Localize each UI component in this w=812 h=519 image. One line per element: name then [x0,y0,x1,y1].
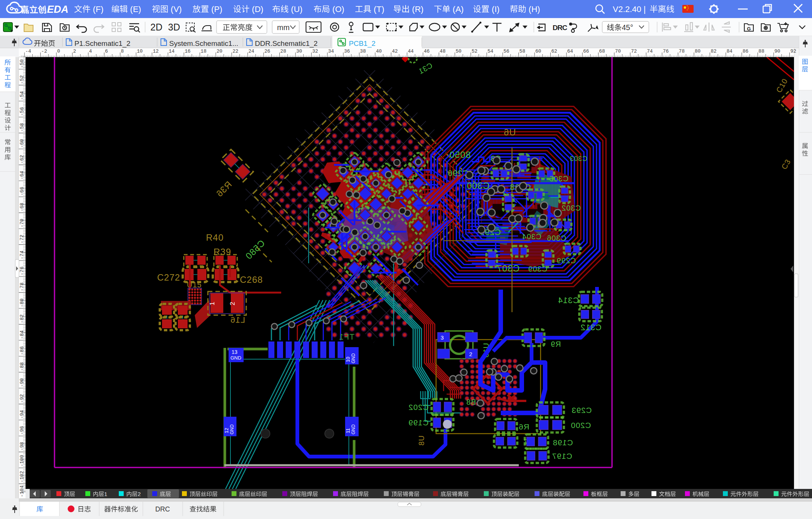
svg-text:-58: -58 [19,123,25,132]
svg-text:84: 84 [727,49,733,54]
svg-text:1: 1 [104,491,107,497]
svg-text:14: 14 [169,49,175,54]
svg-text:58: 58 [520,49,526,54]
svg-text:-86: -86 [19,346,25,355]
svg-text:(A): (A) [450,5,464,14]
svg-text:-54: -54 [19,91,25,100]
svg-text:52: 52 [471,49,477,54]
svg-text:-60: -60 [19,139,25,148]
svg-text:32: 32 [312,49,318,54]
svg-text:-92: -92 [19,394,25,403]
svg-text:82: 82 [710,49,717,54]
svg-text:(F): (F) [91,5,103,14]
svg-text:-82: -82 [19,314,25,323]
svg-text:60: 60 [535,49,541,54]
svg-text:46: 46 [424,49,430,54]
svg-text:(O): (O) [330,5,344,14]
svg-text:EDA: EDA [47,4,68,15]
svg-text:-4: -4 [25,49,31,54]
svg-text:72: 72 [631,49,637,54]
svg-text:System.Schematic1...: System.Schematic1... [169,39,238,47]
svg-text:16: 16 [185,49,191,54]
svg-text:78: 78 [679,49,685,54]
svg-text:38: 38 [360,49,366,54]
svg-text:0: 0 [57,49,60,54]
svg-text:36: 36 [344,49,350,54]
svg-text:mm: mm [277,23,289,32]
svg-text:-94: -94 [19,410,25,419]
svg-text:G: G [747,26,751,32]
svg-text:26: 26 [264,49,270,54]
svg-text:-78: -78 [19,282,25,291]
svg-text:(U): (U) [289,5,303,14]
svg-text:22: 22 [232,49,238,54]
svg-text:-76: -76 [19,267,25,275]
svg-text:-66: -66 [19,187,25,196]
svg-text:74: 74 [647,49,653,54]
svg-text:24: 24 [248,49,255,54]
svg-text:(I): (I) [489,5,500,14]
svg-text:3D: 3D [168,22,180,32]
svg-text:-90: -90 [19,378,25,387]
svg-text:(T): (T) [371,5,384,14]
svg-text:2: 2 [73,49,76,54]
svg-text:90: 90 [774,49,780,54]
svg-text:(R): (R) [410,5,424,14]
svg-text:V2.2.40 |: V2.2.40 | [613,5,646,14]
svg-text:-72: -72 [19,235,25,243]
svg-text:12: 12 [153,49,159,54]
svg-text:DRC: DRC [553,24,567,32]
svg-text:(D): (D) [250,5,264,14]
svg-text:(P): (P) [209,5,222,14]
svg-text:66: 66 [583,49,589,54]
svg-text:64: 64 [567,49,573,54]
svg-text:50: 50 [456,49,462,54]
svg-text:44: 44 [408,49,414,54]
svg-text:(E): (E) [128,5,141,14]
svg-text:-80: -80 [19,299,25,307]
svg-text:6: 6 [105,49,108,54]
svg-text:42: 42 [392,49,398,54]
svg-text:(H): (H) [526,5,540,14]
svg-text:-96: -96 [19,426,25,435]
svg-text:88: 88 [759,49,765,54]
svg-text:-56: -56 [19,107,25,116]
svg-text:76: 76 [663,49,669,54]
svg-text:DDR.Schematic1_2: DDR.Schematic1_2 [255,39,318,48]
svg-text:48: 48 [440,49,446,54]
svg-text:(V): (V) [168,5,182,14]
svg-text:4: 4 [89,49,92,54]
svg-text:30: 30 [296,49,302,54]
svg-text:2: 2 [138,491,141,497]
svg-text:80: 80 [695,49,701,54]
svg-text:-50: -50 [19,59,25,68]
svg-text:-98: -98 [19,442,25,451]
svg-text:70: 70 [615,49,621,54]
svg-text:-52: -52 [19,75,25,84]
svg-text:-62: -62 [19,155,25,164]
svg-text:92: 92 [790,49,796,54]
svg-text:DRC: DRC [155,505,170,513]
svg-text:-74: -74 [19,250,25,260]
svg-text:-84: -84 [19,330,25,339]
svg-text:56: 56 [503,49,509,54]
svg-text:-68: -68 [19,203,25,211]
svg-text:20: 20 [217,49,223,54]
svg-text:-64: -64 [19,171,25,180]
svg-text:18: 18 [201,49,207,54]
svg-text:45°: 45° [622,23,633,32]
svg-text:-2: -2 [41,49,47,54]
svg-text:10: 10 [137,49,143,54]
svg-text:P1.Schematic1_2: P1.Schematic1_2 [74,39,130,48]
svg-text:54: 54 [488,49,494,54]
svg-text:40: 40 [376,49,382,54]
svg-text:86: 86 [742,49,748,54]
svg-text:PCB1_2: PCB1_2 [349,39,376,48]
svg-text:62: 62 [551,49,557,54]
svg-text:2D: 2D [150,22,162,32]
svg-text:8: 8 [121,49,124,54]
svg-text:34: 34 [328,49,334,54]
svg-text:+: + [10,28,13,33]
svg-text:-70: -70 [19,219,25,228]
svg-text:68: 68 [599,49,605,54]
